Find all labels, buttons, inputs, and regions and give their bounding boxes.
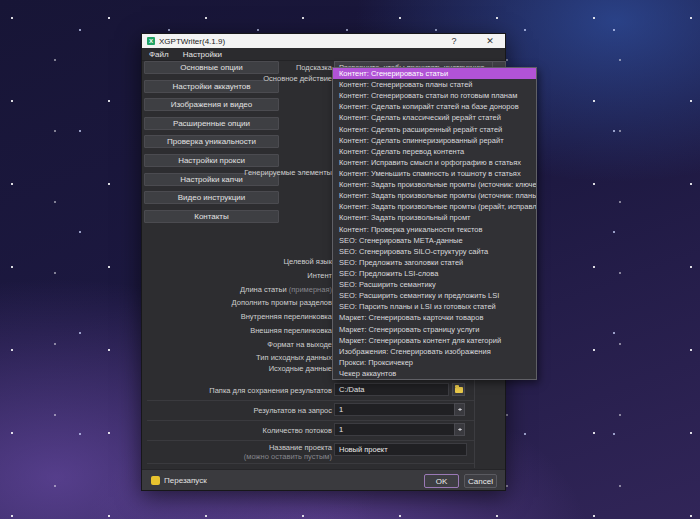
dropdown-option[interactable]: Контент: Проверка уникальности текстов xyxy=(333,224,536,235)
dropdown-option[interactable]: SEO: Предложить заголовки статей xyxy=(333,257,536,268)
dropdown-option[interactable]: Контент: Задать произвольный промт xyxy=(333,212,536,223)
project-name-label: Название проекта (можно оставить пустым) xyxy=(152,443,332,461)
dropdown-option[interactable]: Изображения: Сгенерировать изображения xyxy=(333,346,536,357)
menu-bar: Файл Настройки xyxy=(142,48,505,61)
restart-icon xyxy=(151,476,160,485)
results-per-request-input[interactable]: 1 xyxy=(334,403,465,416)
threads-count-input[interactable]: 1 xyxy=(334,423,465,436)
dropdown-option[interactable]: Контент: Уменьшить спамность и тошноту в… xyxy=(333,168,536,179)
close-button[interactable]: ✕ xyxy=(477,34,503,48)
dropdown-option[interactable]: SEO: Сгенерировать META-данные xyxy=(333,235,536,246)
sidebar-item-images-video[interactable]: Изображения и видео xyxy=(144,98,279,111)
row-separator xyxy=(147,440,474,441)
cancel-button[interactable]: Cancel xyxy=(464,474,497,488)
spinner-down-icon[interactable] xyxy=(458,429,462,433)
external-linking-label: Внешняя перелинковка xyxy=(152,326,332,335)
sidebar-item-proxy[interactable]: Настройки прокси xyxy=(144,154,279,167)
ok-button[interactable]: OK xyxy=(424,474,459,488)
source-type-label: Тип исходных данных xyxy=(152,353,332,362)
browse-folder-button[interactable] xyxy=(452,383,465,396)
results-folder-input[interactable]: C:/Data xyxy=(334,383,449,396)
results-per-request-spinner[interactable] xyxy=(454,403,465,416)
restart-label[interactable]: Перезапуск xyxy=(164,476,207,485)
sidebar-item-advanced[interactable]: Расширенные опции xyxy=(144,117,279,130)
generated-elements-label: Генерируемые элементы xyxy=(152,168,332,177)
dropdown-option[interactable]: Маркет: Сгенерировать карточки товаров xyxy=(333,312,536,323)
row-separator xyxy=(147,400,474,401)
dropdown-option[interactable]: Контент: Задать произвольные промты (ист… xyxy=(333,179,536,190)
menu-file[interactable]: Файл xyxy=(142,48,176,61)
section-prompts-label: Дополнить промты разделов xyxy=(152,298,332,307)
dropdown-option[interactable]: Контент: Сделать перевод контента xyxy=(333,146,536,157)
intent-label: Интент xyxy=(152,271,332,280)
dropdown-option[interactable]: Контент: Задать произвольные промты (рер… xyxy=(333,201,536,212)
project-name-note: (можно оставить пустым) xyxy=(244,452,332,461)
dropdown-option[interactable]: SEO: Расширить семантику xyxy=(333,279,536,290)
dropdown-option[interactable]: SEO: Предложить LSI-слова xyxy=(333,268,536,279)
dropdown-option[interactable]: Контент: Сделать классический рерайт ста… xyxy=(333,112,536,123)
results-per-request-label: Результатов на запрос xyxy=(152,406,332,415)
dropdown-option[interactable]: Контент: Сгенерировать планы статей xyxy=(333,79,536,90)
article-length-note: (примерная) xyxy=(289,285,332,294)
status-bar: Перезапуск OK Cancel xyxy=(142,469,505,490)
dropdown-option[interactable]: Контент: Сделать спиннеризированный рера… xyxy=(333,135,536,146)
dropdown-option[interactable]: Чекер аккаунтов xyxy=(333,368,536,379)
threads-count-spinner[interactable] xyxy=(454,423,465,436)
main-action-label: Основное действие xyxy=(152,74,332,83)
output-format-label: Формат на выходе xyxy=(152,340,332,349)
sidebar: Основные опции Настройки аккаунтов Изобр… xyxy=(144,61,279,228)
main-action-dropdown: Контент: Сгенерировать статьи Контент: С… xyxy=(332,67,537,380)
hint-label: Подсказка xyxy=(152,63,332,72)
sidebar-item-uniqueness[interactable]: Проверка уникальности xyxy=(144,135,279,148)
dropdown-option[interactable]: Контент: Сделать расширенный рерайт стат… xyxy=(333,124,536,135)
row-separator xyxy=(147,463,474,464)
dropdown-option[interactable]: Маркет: Сгенерировать страницу услуги xyxy=(333,324,536,335)
source-data-label: Исходные данные xyxy=(152,364,332,373)
article-length-label: Длина статьи (примерная) xyxy=(152,285,332,294)
dropdown-option[interactable]: SEO: Сгенерировать SILO-структуру сайта xyxy=(333,246,536,257)
internal-linking-label: Внутренняя перелинковка xyxy=(152,312,332,321)
app-icon: X xyxy=(147,37,155,45)
dropdown-option[interactable]: SEO: Расширить семантику и предложить LS… xyxy=(333,290,536,301)
sidebar-item-video-guides[interactable]: Видео инструкции xyxy=(144,191,279,204)
dropdown-option[interactable]: Контент: Задать произвольные промты (ист… xyxy=(333,190,536,201)
dropdown-option[interactable]: Маркет: Сгенерировать контент для катего… xyxy=(333,335,536,346)
dropdown-option[interactable]: SEO: Парсить планы и LSI из готовых стат… xyxy=(333,301,536,312)
dropdown-option[interactable]: Прокси: Проксичекер xyxy=(333,357,536,368)
folder-icon xyxy=(455,387,463,393)
title-bar: X XGPTWriter(4.1.9) ? ✕ xyxy=(142,34,505,48)
dropdown-option[interactable]: Контент: Сделать копирайт статей на базе… xyxy=(333,101,536,112)
window-title: XGPTWriter(4.1.9) xyxy=(159,37,225,46)
spinner-down-icon[interactable] xyxy=(458,409,462,413)
menu-settings[interactable]: Настройки xyxy=(176,48,229,61)
sidebar-item-contacts[interactable]: Контакты xyxy=(144,210,279,223)
article-length-text: Длина статьи xyxy=(240,285,287,294)
row-separator xyxy=(147,420,474,421)
project-name-input[interactable]: Новый проект xyxy=(334,443,467,456)
dropdown-option[interactable]: Контент: Исправить смысл и орфографию в … xyxy=(333,157,536,168)
dropdown-option[interactable]: Контент: Сгенерировать статьи по готовым… xyxy=(333,90,536,101)
threads-count-label: Количество потоков xyxy=(152,426,332,435)
help-button[interactable]: ? xyxy=(441,34,467,48)
target-language-label: Целевой язык xyxy=(152,257,332,266)
results-folder-label: Папка для сохранения результатов xyxy=(152,386,332,395)
project-name-text: Название проекта xyxy=(269,443,332,452)
dropdown-option[interactable]: Контент: Сгенерировать статьи xyxy=(333,68,536,79)
